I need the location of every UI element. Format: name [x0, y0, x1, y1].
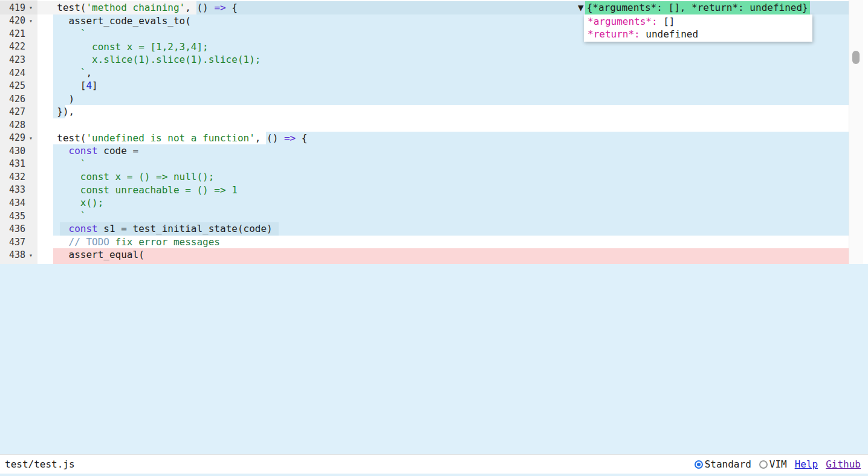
gutter-line-428: 428 — [0, 118, 37, 132]
line-number: 431 — [0, 158, 25, 169]
value-inspector-title[interactable]: {*arguments*: [], *return*: undefined} — [585, 1, 810, 14]
inspector-key: *return*: — [588, 28, 640, 40]
code-line-425[interactable]: [4] — [45, 79, 98, 92]
code-token: 'undefined is not a function' — [86, 132, 254, 144]
code-token: 'method chaining' — [86, 2, 185, 13]
code-line-433[interactable]: const unreachable = () => 1 — [45, 184, 238, 197]
keybinding-standard-option[interactable]: Standard — [695, 458, 751, 470]
editor-gutter: 419▾420▾421422423424425426427428429▾4304… — [0, 0, 37, 264]
gutter-line-421: 421 — [0, 27, 37, 40]
keybinding-vim-option[interactable]: VIM — [759, 458, 787, 470]
code-line-422[interactable]: const x = [1,2,3,4]; — [45, 40, 209, 54]
line-number: 432 — [0, 172, 25, 182]
value-inspector-tooltip[interactable]: ▼ {*arguments*: [], *return*: undefined}… — [578, 1, 812, 42]
fold-arrow-icon[interactable]: ▾ — [25, 135, 36, 141]
gutter-line-427: 427 — [0, 105, 37, 118]
line-number: 421 — [0, 28, 25, 39]
line-number: 422 — [0, 41, 25, 52]
code-line-436[interactable]: const s1 = test_initial_state(code) — [45, 222, 273, 236]
fold-arrow-icon[interactable]: ▾ — [25, 252, 36, 259]
code-line-419[interactable]: test('method chaining', () => { — [45, 1, 238, 14]
code-token: => — [284, 132, 296, 144]
code-token — [45, 223, 69, 234]
gutter-line-430: 430 — [0, 144, 37, 158]
gutter-line-426: 426 — [0, 92, 37, 106]
gutter-line-423: 423 — [0, 53, 37, 66]
code-token: ) — [45, 93, 74, 105]
inspector-row-arguments[interactable]: *arguments*: [] — [588, 15, 809, 28]
code-line-430[interactable]: const code = — [45, 144, 138, 158]
code-token: [ — [45, 80, 86, 91]
code-line-427[interactable]: }), — [45, 105, 74, 118]
line-number: 436 — [0, 224, 25, 234]
inspector-key: *arguments*: — [588, 16, 658, 27]
code-line-421[interactable]: ` — [45, 27, 86, 40]
code-line-429[interactable]: test('undefined is not a function', () =… — [45, 132, 308, 145]
gutter-line-429: 429▾ — [0, 132, 37, 145]
line-number: 430 — [0, 146, 25, 156]
line-number: 427 — [0, 106, 25, 117]
code-token: const — [69, 223, 98, 234]
gutter-line-431: 431 — [0, 158, 37, 171]
code-token: assert_equal( — [45, 249, 144, 260]
code-line-423[interactable]: x.slice(1).slice(1).slice(1); — [45, 53, 261, 66]
code-token: const — [69, 145, 98, 156]
code-token: ] — [92, 80, 98, 91]
code-highlight — [266, 132, 849, 145]
collapse-arrow-icon[interactable]: ▼ — [578, 1, 585, 14]
code-token: ` — [45, 28, 86, 39]
code-line-439[interactable]: root_calltree_node(s1), — [45, 262, 214, 264]
line-number: 426 — [0, 94, 25, 105]
keybinding-vim-label: VIM — [769, 458, 787, 470]
bottom-strip — [0, 474, 868, 476]
code-token: x.slice(1).slice(1).slice(1); — [45, 54, 261, 65]
gutter-line-435: 435 — [0, 210, 37, 223]
code-line-435[interactable]: ` — [45, 210, 86, 223]
gutter-line-419: 419▾ — [0, 1, 37, 14]
status-bar-right: Standard VIM Help Github — [695, 458, 861, 470]
line-number: 438 — [0, 249, 25, 260]
line-number: 437 — [0, 237, 25, 248]
code-line-424[interactable]: `, — [45, 66, 92, 80]
editor-vertical-scrollbar[interactable] — [849, 0, 863, 264]
code-highlight — [53, 79, 849, 92]
fold-arrow-icon[interactable]: ▾ — [25, 4, 36, 11]
gutter-line-424: 424 — [0, 66, 37, 80]
code-token — [45, 236, 69, 248]
value-inspector-header[interactable]: ▼ {*arguments*: [], *return*: undefined} — [578, 1, 812, 14]
line-number: 433 — [0, 184, 25, 195]
code-token: s1 = test_initial_state(code) — [98, 223, 273, 234]
code-token: const x = () => null(); — [45, 171, 214, 182]
keybinding-standard-label: Standard — [705, 458, 751, 470]
code-line-434[interactable]: x(); — [45, 196, 103, 210]
fold-arrow-icon[interactable]: ▾ — [25, 18, 36, 24]
line-number: 434 — [0, 198, 25, 208]
code-editor[interactable]: 419▾420▾421422423424425426427428429▾4304… — [0, 0, 868, 264]
code-line-431[interactable]: ` — [45, 158, 86, 171]
gutter-line-420: 420▾ — [0, 14, 37, 28]
github-link[interactable]: Github — [826, 458, 861, 470]
radio-unselected-icon[interactable] — [759, 460, 768, 469]
code-highlight — [53, 196, 849, 210]
code-token: { — [296, 132, 307, 144]
code-highlight — [53, 92, 849, 106]
gutter-line-422: 422 — [0, 40, 37, 54]
inspector-row-return[interactable]: *return*: undefined — [588, 28, 809, 41]
help-link[interactable]: Help — [795, 458, 818, 470]
code-token: fix error messages — [109, 236, 220, 248]
code-line-426[interactable]: ) — [45, 92, 74, 106]
line-number: 423 — [0, 54, 25, 65]
code-highlight — [53, 248, 849, 262]
code-token: test( — [45, 2, 86, 13]
gutter-line-432: 432 — [0, 170, 37, 184]
code-line-438[interactable]: assert_equal( — [45, 248, 144, 262]
editor-scrollbar-thumb[interactable] — [852, 51, 860, 64]
code-token: const x = [1,2,3,4]; — [45, 41, 209, 53]
code-token: 4 — [86, 80, 92, 91]
code-line-432[interactable]: const x = () => null(); — [45, 170, 214, 184]
code-line-420[interactable]: assert_code_evals_to( — [45, 14, 191, 28]
radio-selected-icon[interactable] — [695, 460, 703, 469]
code-token: }), — [45, 106, 74, 117]
line-number: 429 — [0, 132, 25, 143]
code-line-437[interactable]: // TODO fix error messages — [45, 236, 220, 249]
